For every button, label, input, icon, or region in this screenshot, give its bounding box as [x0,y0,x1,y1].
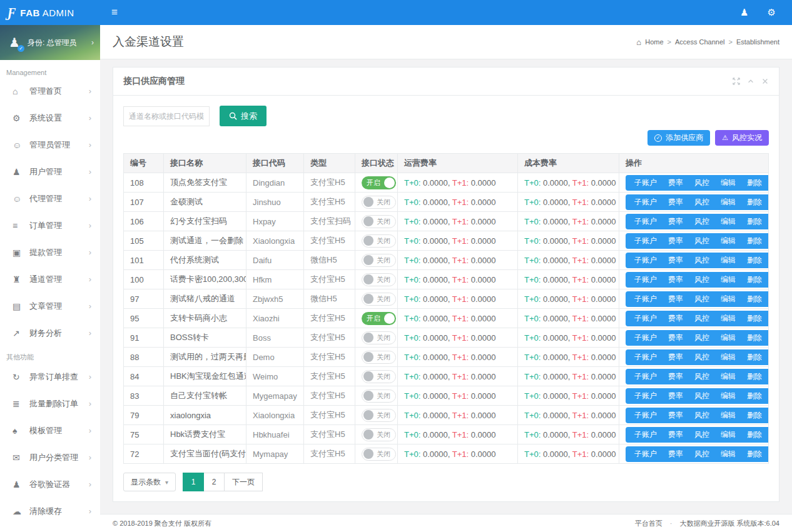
row-action-button[interactable]: 风控 [689,294,715,304]
sidebar-item-bank[interactable]: ♜通道管理› [0,266,100,293]
row-action-button[interactable]: 风控 [689,391,715,401]
page-button[interactable]: 2 [203,473,225,491]
row-action-button[interactable]: 删除 [741,371,768,382]
breadcrumb-item[interactable]: Establishment [736,38,779,46]
row-action-button[interactable]: 删除 [741,410,768,421]
row-action-button[interactable]: 子账户 [629,429,663,440]
row-action-button[interactable]: 费率 [663,352,689,363]
status-toggle-off[interactable]: 关闭 [362,215,396,228]
row-action-button[interactable]: 删除 [741,391,768,401]
row-action-button[interactable]: 删除 [741,255,768,266]
row-action-button[interactable]: 编辑 [715,294,741,304]
row-action-button[interactable]: 费率 [663,255,689,266]
row-action-button[interactable]: 风控 [689,449,715,459]
status-toggle-off[interactable]: 关闭 [362,293,396,306]
sidebar-item-agent[interactable]: ☺代理管理› [0,185,100,212]
sidebar-item-bars[interactable]: ≣批量删除订单› [0,390,100,417]
status-toggle-off[interactable]: 关闭 [362,389,396,403]
row-action-button[interactable]: 编辑 [715,255,741,266]
expand-icon[interactable] [733,78,740,85]
row-action-button[interactable]: 费率 [663,429,689,440]
row-action-button[interactable]: 费率 [663,274,689,285]
sidebar-item-chart[interactable]: ↗财务分析› [0,319,100,346]
row-action-button[interactable]: 费率 [663,449,689,459]
row-action-button[interactable]: 删除 [741,236,768,246]
row-action-button[interactable]: 删除 [741,197,768,208]
row-action-button[interactable]: 编辑 [715,352,741,363]
status-toggle-off[interactable]: 关闭 [362,331,396,344]
row-action-button[interactable]: 费率 [663,410,689,421]
row-action-button[interactable]: 删除 [741,313,768,324]
row-action-button[interactable]: 费率 [663,391,689,401]
sidebar-item-apple[interactable]: ♠模板管理› [0,417,100,444]
row-action-button[interactable]: 删除 [741,274,768,285]
row-action-button[interactable]: 编辑 [715,449,741,459]
sidebar-item-user[interactable]: ♟谷歌验证器› [0,471,100,498]
user-icon[interactable]: ♟ [740,7,748,18]
breadcrumb-item[interactable]: Access Channel [675,38,725,46]
row-action-button[interactable]: 费率 [663,294,689,304]
row-action-button[interactable]: 费率 [663,216,689,227]
row-action-button[interactable]: 删除 [741,294,768,304]
row-action-button[interactable]: 删除 [741,178,768,188]
sidebar-item-users[interactable]: ♟用户管理› [0,158,100,185]
row-action-button[interactable]: 子账户 [629,294,663,304]
sidebar-item-admin[interactable]: ☺管理员管理› [0,131,100,158]
row-action-button[interactable]: 编辑 [715,333,741,343]
row-action-button[interactable]: 子账户 [629,197,663,208]
add-supplier-button[interactable]: ✓ 添加供应商 [647,130,710,146]
sidebar-item-gears[interactable]: ⚙系统设置› [0,104,100,131]
row-action-button[interactable]: 风控 [689,429,715,440]
row-action-button[interactable]: 编辑 [715,216,741,227]
row-action-button[interactable]: 风控 [689,313,715,324]
status-toggle-off[interactable]: 关闭 [362,196,396,209]
page-size-dropdown[interactable]: 显示条数 ▾ [123,473,176,491]
row-action-button[interactable]: 风控 [689,178,715,188]
row-action-button[interactable]: 编辑 [715,236,741,246]
row-action-button[interactable]: 子账户 [629,410,663,421]
row-action-button[interactable]: 编辑 [715,313,741,324]
page-button[interactable]: 1 [183,473,204,491]
row-action-button[interactable]: 编辑 [715,197,741,208]
search-button[interactable]: 搜索 [220,106,267,126]
row-action-button[interactable]: 子账户 [629,352,663,363]
row-action-button[interactable]: 删除 [741,429,768,440]
hamburger-menu-icon[interactable]: ≡ [111,6,118,19]
row-action-button[interactable]: 风控 [689,352,715,363]
row-action-button[interactable]: 风控 [689,410,715,421]
search-input[interactable] [123,106,210,126]
row-action-button[interactable]: 编辑 [715,391,741,401]
row-action-button[interactable]: 子账户 [629,236,663,246]
row-action-button[interactable]: 编辑 [715,371,741,382]
row-action-button[interactable]: 编辑 [715,429,741,440]
row-action-button[interactable]: 编辑 [715,274,741,285]
row-action-button[interactable]: 风控 [689,197,715,208]
row-action-button[interactable]: 删除 [741,216,768,227]
sidebar-item-withdraw[interactable]: ▣提款管理› [0,239,100,266]
risk-live-button[interactable]: ⚠ 风控实况 [715,130,769,146]
row-action-button[interactable]: 费率 [663,371,689,382]
row-action-button[interactable]: 风控 [689,236,715,246]
row-action-button[interactable]: 风控 [689,274,715,285]
sidebar-item-book[interactable]: ▤文章管理› [0,293,100,319]
row-action-button[interactable]: 风控 [689,216,715,227]
row-action-button[interactable]: 编辑 [715,178,741,188]
row-action-button[interactable]: 删除 [741,449,768,459]
status-toggle-on[interactable]: 开启 [362,176,396,189]
status-toggle-on[interactable]: 开启 [362,312,396,325]
status-toggle-off[interactable]: 关闭 [362,254,396,267]
row-action-button[interactable]: 费率 [663,236,689,246]
row-action-button[interactable]: 费率 [663,197,689,208]
status-toggle-off[interactable]: 关闭 [362,370,396,383]
row-action-button[interactable]: 子账户 [629,178,663,188]
status-toggle-off[interactable]: 关闭 [362,409,396,422]
status-toggle-off[interactable]: 关闭 [362,273,396,286]
row-action-button[interactable]: 子账户 [629,313,663,324]
status-toggle-off[interactable]: 关闭 [362,428,396,441]
sidebar-item-refresh[interactable]: ↻异常订单排查› [0,363,100,390]
row-action-button[interactable]: 子账户 [629,449,663,459]
status-toggle-off[interactable]: 关闭 [362,448,396,461]
row-action-button[interactable]: 子账户 [629,255,663,266]
sidebar-item-orders[interactable]: ≡订单管理› [0,212,100,239]
row-action-button[interactable]: 删除 [741,333,768,343]
